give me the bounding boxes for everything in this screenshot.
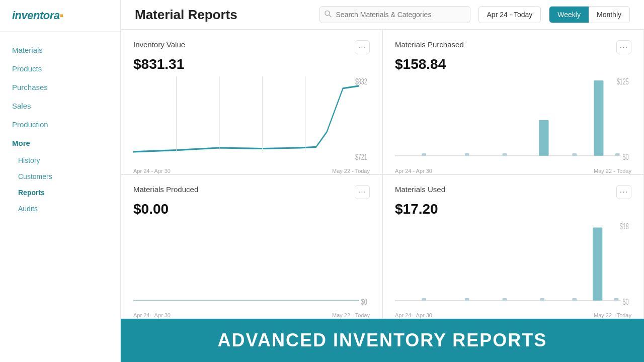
svg-point-0	[325, 11, 330, 16]
chart-labels: Apr 24 - Apr 30 May 22 - Today	[395, 168, 631, 174]
flat-chart: $0	[133, 221, 370, 309]
card-value: $17.20	[395, 201, 631, 217]
banner-text: ADVANCED INVENTORY REPORTS	[218, 330, 547, 350]
search-icon	[325, 11, 332, 19]
card-value: $831.31	[133, 56, 370, 72]
page-header: Material Reports Apr 24 - Today Weekly M…	[121, 0, 644, 30]
main-content: Material Reports Apr 24 - Today Weekly M…	[121, 0, 644, 362]
svg-text:$0: $0	[361, 297, 367, 306]
date-range-button[interactable]: Apr 24 - Today	[478, 6, 541, 23]
sidebar: inventora▪ Materials Products Purchases …	[0, 0, 121, 362]
chart-label-end: May 22 - Today	[332, 168, 370, 174]
card-materials-used: Materials Used ··· $17.20 $18 $0	[382, 174, 644, 319]
card-title: Materials Produced	[133, 185, 198, 194]
sidebar-item-products[interactable]: Products	[0, 59, 120, 78]
chart-label-start: Apr 24 - Apr 30	[395, 312, 432, 318]
logo-dot: ▪	[60, 9, 63, 22]
svg-text:$18: $18	[620, 222, 629, 231]
svg-text:$0: $0	[623, 297, 629, 306]
chart-area: $832 $721 Apr 24 - Apr 30 May 22 - Today	[133, 76, 370, 164]
svg-line-1	[329, 15, 331, 17]
svg-rect-16	[573, 153, 577, 156]
chart-area: $0 Apr 24 - Apr 30 May 22 - Today	[133, 221, 370, 309]
card-title: Materials Purchased	[395, 40, 464, 49]
svg-text:$832: $832	[355, 77, 367, 86]
card-value: $158.84	[395, 56, 631, 72]
sidebar-item-customers[interactable]: Customers	[0, 168, 120, 185]
line-chart: $832 $721	[133, 76, 370, 164]
svg-rect-13	[422, 153, 426, 156]
sidebar-item-more[interactable]: More	[0, 134, 120, 152]
promo-banner: ADVANCED INVENTORY REPORTS	[121, 319, 644, 362]
search-container	[319, 6, 470, 23]
logo-name: inventora	[12, 9, 60, 22]
chart-area: $125 $0 Apr 24 - Apr 30	[395, 76, 631, 164]
monthly-toggle[interactable]: Monthly	[589, 7, 629, 23]
sidebar-item-reports[interactable]: Reports	[0, 185, 120, 201]
chart-area: $18 $0 Apr 24 - Apr 30 May 22 -	[395, 221, 631, 309]
card-inventory-value: Inventory Value ··· $831.31 $832 $721	[121, 30, 382, 174]
svg-text:$0: $0	[623, 153, 629, 162]
chart-label-start: Apr 24 - Apr 30	[395, 168, 432, 174]
card-materials-purchased: Materials Purchased ··· $158.84 $125 $0	[382, 30, 644, 174]
card-menu-button[interactable]: ···	[355, 40, 370, 54]
logo: inventora▪	[0, 0, 120, 32]
logo-text: inventora▪	[12, 9, 63, 22]
card-header: Materials Produced ···	[133, 185, 370, 199]
search-input[interactable]	[319, 6, 470, 23]
card-title: Materials Used	[395, 185, 445, 194]
card-title: Inventory Value	[133, 40, 185, 49]
card-materials-produced: Materials Produced ··· $0.00 $0 Apr 24 -…	[121, 174, 382, 319]
chart-labels: Apr 24 - Apr 30 May 22 - Today	[133, 168, 370, 174]
svg-rect-25	[465, 298, 469, 300]
svg-rect-11	[539, 120, 548, 156]
svg-rect-17	[615, 153, 620, 156]
chart-label-end: May 22 - Today	[594, 168, 631, 174]
sidebar-item-production[interactable]: Production	[0, 115, 120, 134]
svg-rect-26	[503, 298, 507, 300]
weekly-toggle[interactable]: Weekly	[549, 7, 589, 23]
svg-rect-12	[594, 80, 603, 156]
svg-rect-27	[540, 298, 544, 300]
sidebar-item-history[interactable]: History	[0, 152, 120, 168]
svg-rect-15	[503, 153, 507, 156]
card-menu-button[interactable]: ···	[616, 40, 631, 54]
chart-labels: Apr 24 - Apr 30 May 22 - Today	[133, 312, 370, 318]
svg-text:$125: $125	[617, 77, 629, 86]
sidebar-item-materials[interactable]: Materials	[0, 41, 120, 59]
chart-labels: Apr 24 - Apr 30 May 22 - Today	[395, 312, 631, 318]
chart-label-start: Apr 24 - Apr 30	[133, 168, 171, 174]
chart-label-end: May 22 - Today	[332, 312, 370, 318]
svg-text:$721: $721	[355, 153, 367, 162]
card-header: Materials Purchased ···	[395, 40, 631, 54]
svg-rect-28	[573, 298, 577, 300]
bar-chart: $125 $0	[395, 76, 631, 164]
time-period-toggle: Weekly Monthly	[549, 6, 630, 23]
bar-chart-small: $18 $0	[395, 221, 631, 309]
card-menu-button[interactable]: ···	[355, 185, 370, 199]
svg-rect-14	[465, 153, 469, 156]
page-title: Material Reports	[135, 7, 311, 23]
sidebar-item-sales[interactable]: Sales	[0, 97, 120, 115]
chart-label-start: Apr 24 - Apr 30	[133, 312, 171, 318]
svg-rect-24	[422, 298, 426, 300]
main-nav: Materials Products Purchases Sales Produ…	[0, 32, 120, 362]
card-header: Inventory Value ···	[133, 40, 370, 54]
card-header: Materials Used ···	[395, 185, 631, 199]
sidebar-item-purchases[interactable]: Purchases	[0, 78, 120, 97]
charts-grid: Inventory Value ··· $831.31 $832 $721	[121, 30, 644, 319]
card-value: $0.00	[133, 201, 370, 217]
chart-label-end: May 22 - Today	[594, 312, 631, 318]
svg-rect-29	[614, 298, 619, 300]
svg-rect-23	[593, 227, 602, 300]
card-menu-button[interactable]: ···	[616, 185, 631, 199]
sidebar-item-audits[interactable]: Audits	[0, 201, 120, 217]
